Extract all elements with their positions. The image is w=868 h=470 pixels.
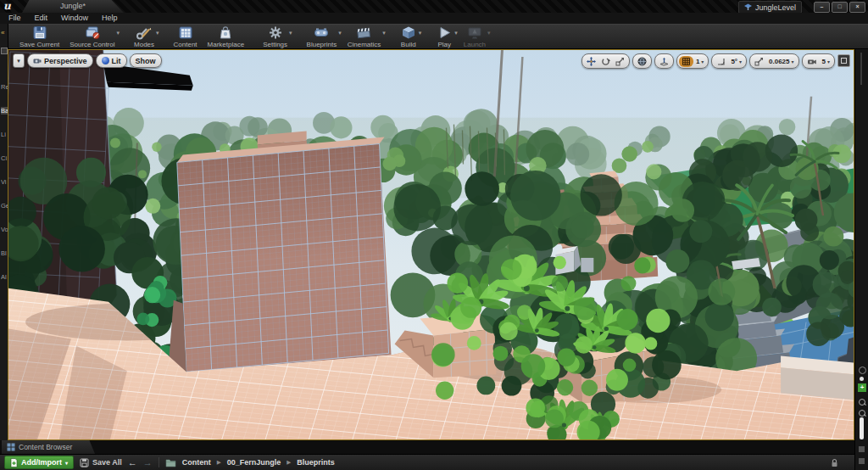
modes-button[interactable]: Modes (129, 25, 159, 48)
right-collapsed-panel[interactable]: + (854, 49, 868, 470)
maximize-button[interactable]: □ (832, 2, 848, 13)
menu-edit[interactable]: Edit (28, 13, 55, 24)
launch-icon (466, 25, 483, 40)
window-controls: – □ × (814, 2, 865, 13)
surface-snap-button[interactable] (654, 53, 674, 69)
breadcrumb-separator: ▶ (217, 459, 221, 466)
dot-icon (860, 377, 864, 381)
marketplace-icon (217, 25, 234, 40)
translate-icon (587, 57, 596, 66)
modes-dropdown[interactable]: ▾ (156, 30, 159, 36)
settings-gear-icon (267, 25, 284, 40)
launch-dropdown[interactable]: ▾ (487, 30, 491, 36)
maximize-viewport-button[interactable] (837, 54, 850, 67)
play-dropdown[interactable]: ▾ (454, 30, 458, 36)
scale-snap-toggle[interactable] (752, 54, 766, 68)
settings-button[interactable]: Settings (258, 25, 292, 48)
scale-snap-group: 0.0625▾ (749, 53, 798, 69)
save-current-button[interactable]: Save Current (14, 25, 64, 48)
add-icon[interactable]: + (858, 383, 866, 392)
perspective-button[interactable]: Perspective (27, 53, 93, 68)
content-icon (177, 25, 194, 40)
angle-caret[interactable]: ▾ (739, 59, 742, 64)
rotation-snap-value[interactable]: 5°▾ (728, 54, 744, 68)
forward-button[interactable]: → (143, 456, 153, 468)
panel-icon (859, 446, 865, 452)
perspective-icon (33, 57, 42, 65)
settings-dropdown[interactable]: ▾ (289, 30, 292, 36)
rotation-snap-toggle[interactable] (714, 54, 728, 68)
panel-sliver (860, 417, 864, 439)
scale-caret[interactable]: ▾ (792, 59, 794, 64)
camera-icon (807, 57, 817, 66)
save-icon (31, 25, 48, 40)
play-icon (436, 25, 453, 40)
search-icon[interactable] (859, 410, 865, 417)
title-bar[interactable]: u Jungle* JungleLevel – □ × (0, 0, 868, 13)
angle-snap-icon (716, 57, 726, 66)
menu-file[interactable]: File (2, 13, 28, 24)
grid-snap-toggle[interactable] (679, 56, 693, 67)
rotate-icon (601, 57, 610, 66)
scale-snap-value[interactable]: 0.0625▾ (766, 54, 796, 68)
close-button[interactable]: × (849, 2, 865, 13)
separator (159, 457, 159, 467)
panel-icon (859, 458, 865, 464)
scrollbar-sliver[interactable] (860, 53, 862, 85)
cinematics-dropdown[interactable]: ▾ (382, 30, 386, 36)
maximize-icon (841, 58, 847, 64)
grid-size-value[interactable]: 1▾ (693, 54, 706, 68)
scale-snap-icon (754, 57, 764, 66)
camera-speed-button[interactable] (804, 54, 820, 68)
search-icon[interactable] (859, 399, 865, 406)
breadcrumb-blueprints[interactable]: Blueprints (297, 458, 335, 467)
show-button[interactable]: Show (130, 53, 162, 68)
play-button[interactable]: Play (431, 25, 458, 48)
launch-button[interactable]: Launch (459, 25, 491, 48)
main-toolbar: Save Current Source Control ▾ Modes ▾ Co… (8, 24, 868, 49)
translate-tool-button[interactable] (584, 54, 598, 68)
lit-sphere-icon (102, 57, 109, 64)
marketplace-button[interactable]: Marketplace (203, 25, 250, 48)
place-mode-icon[interactable] (1, 48, 8, 54)
build-button[interactable]: Build (395, 25, 422, 48)
lock-button[interactable] (831, 458, 838, 467)
breadcrumb-content[interactable]: Content (182, 458, 211, 467)
source-control-button[interactable]: Source Control (64, 25, 120, 48)
save-all-button[interactable]: Save All (80, 458, 122, 467)
cinematics-button[interactable]: Cinematics (342, 25, 387, 48)
build-dropdown[interactable]: ▾ (419, 30, 422, 36)
scale-tool-button[interactable] (613, 54, 627, 68)
menu-window[interactable]: Window (54, 13, 95, 24)
viewport-options-button[interactable]: ▼ (13, 53, 25, 68)
camera-caret[interactable]: ▾ (827, 59, 830, 64)
source-control-dropdown[interactable]: ▾ (117, 30, 120, 36)
menu-help[interactable]: Help (95, 13, 125, 24)
level-viewport[interactable]: ▼ Perspective Lit Show (8, 49, 854, 440)
rotate-tool-button[interactable] (598, 54, 613, 68)
content-button[interactable]: Content (169, 25, 203, 48)
breadcrumb-fernjungle[interactable]: 00_FernJungle (227, 458, 281, 467)
content-browser-tab[interactable]: Content Browser (2, 440, 95, 454)
rotation-snap-group: 5°▾ (711, 53, 747, 69)
blueprints-button[interactable]: Blueprints (302, 25, 342, 48)
menu-bar: File Edit Window Help (0, 13, 868, 24)
globe-icon (637, 57, 647, 66)
level-tab[interactable]: Jungle* (22, 0, 124, 13)
grid-snap-group: 1▾ (676, 53, 709, 69)
add-import-caret[interactable]: ▾ (65, 460, 68, 466)
lit-mode-button[interactable]: Lit (96, 53, 127, 68)
unreal-editor-window: u Jungle* JungleLevel – □ × File Edit Wi… (0, 0, 868, 470)
lock-icon (831, 458, 838, 467)
blueprints-dropdown[interactable]: ▾ (338, 30, 342, 36)
minimize-button[interactable]: – (814, 2, 830, 13)
add-import-button[interactable]: Add/Import ▾ (4, 456, 74, 469)
back-button[interactable]: ← (128, 456, 137, 468)
blueprints-icon (313, 25, 330, 40)
modes-icon (136, 25, 153, 40)
collapse-panel-icon[interactable]: « (1, 29, 4, 36)
radio-icon (859, 366, 866, 374)
world-space-toggle[interactable] (632, 53, 652, 69)
camera-speed-value[interactable]: 5▾ (820, 54, 832, 68)
grid-size-caret[interactable]: ▾ (701, 59, 704, 64)
